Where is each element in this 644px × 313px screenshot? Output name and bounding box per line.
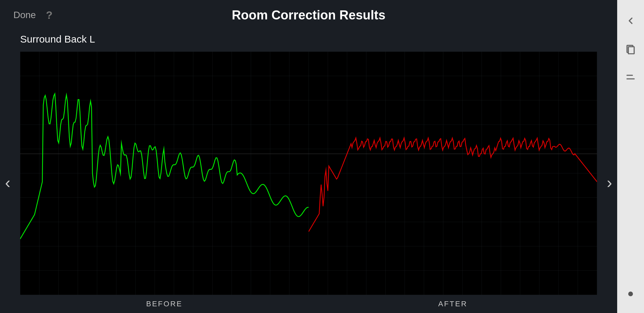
after-label: AFTER <box>309 295 597 313</box>
charts-row: BEFORE AFTER <box>20 52 597 313</box>
before-chart-wrapper: BEFORE <box>20 52 309 313</box>
dot-indicator <box>628 292 633 296</box>
prev-arrow[interactable]: ‹ <box>0 167 15 198</box>
before-chart-canvas <box>20 52 309 295</box>
svg-rect-1 <box>628 47 634 54</box>
after-chart-canvas <box>309 52 597 295</box>
main-content: Done ? Room Correction Results Surround … <box>0 0 617 313</box>
page-title: Room Correction Results <box>232 8 385 22</box>
back-sidebar-icon[interactable] <box>623 13 638 28</box>
after-chart-wrapper: AFTER <box>309 52 597 313</box>
before-canvas <box>20 52 309 295</box>
right-sidebar <box>617 0 644 313</box>
done-button[interactable]: Done <box>13 10 36 20</box>
copy-sidebar-icon[interactable] <box>623 42 638 56</box>
speaker-label: Surround Back L <box>0 30 617 52</box>
header: Done ? Room Correction Results <box>0 0 617 30</box>
after-canvas <box>309 52 597 295</box>
charts-area: ‹ BEFORE AFTER › <box>0 52 617 313</box>
help-icon[interactable]: ? <box>46 9 53 21</box>
before-label: BEFORE <box>20 295 309 313</box>
next-arrow[interactable]: › <box>602 167 617 198</box>
nav-sidebar-icon[interactable] <box>623 70 638 84</box>
